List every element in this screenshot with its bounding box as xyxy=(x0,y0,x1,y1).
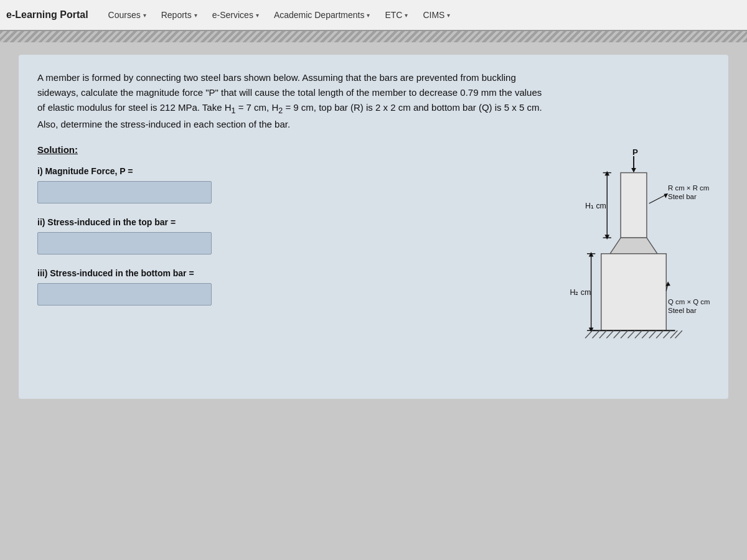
etc-caret-icon: ▾ xyxy=(405,12,408,19)
svg-marker-6 xyxy=(604,171,609,176)
solution-layout: Solution: i) Magnitude Force, P = ii) St… xyxy=(37,144,710,383)
svg-line-22 xyxy=(628,330,635,338)
nav-reports-label: Reports xyxy=(161,10,192,20)
nav-cims-label: CIMS xyxy=(423,10,444,20)
h2-label: H₂ cm xyxy=(570,288,591,297)
svg-line-20 xyxy=(614,330,621,338)
courses-caret-icon: ▾ xyxy=(143,12,146,19)
answer-box-magnitude[interactable] xyxy=(37,181,212,203)
h1-label: H₁ cm xyxy=(585,202,606,210)
svg-rect-9 xyxy=(601,254,667,331)
content-card: A member is formed by connecting two ste… xyxy=(19,55,728,399)
svg-rect-2 xyxy=(621,173,647,238)
problem-text: A member is formed by connecting two ste… xyxy=(37,70,548,132)
question-label-magnitude: i) Magnitude Force, P = xyxy=(37,166,498,176)
academic-caret-icon: ▾ xyxy=(367,12,370,19)
nav-academic-label: Academic Departments xyxy=(274,10,365,20)
solution-left: Solution: i) Magnitude Force, P = ii) St… xyxy=(37,144,498,319)
svg-line-30 xyxy=(649,195,667,203)
navbar: e-Learning Portal Courses ▾ Reports ▾ e-… xyxy=(0,0,747,31)
question-block-magnitude: i) Magnitude Force, P = xyxy=(37,166,498,203)
svg-line-24 xyxy=(642,330,649,338)
answer-box-stress-bottom[interactable] xyxy=(37,283,212,306)
top-bar-label: R cm × R cm xyxy=(668,184,709,192)
svg-line-18 xyxy=(599,330,606,338)
answer-box-stress-top[interactable] xyxy=(37,232,212,254)
question-block-stress-bottom: iii) Stress-induced in the bottom bar = xyxy=(37,268,498,306)
top-bar-sublabel: Steel bar xyxy=(668,193,697,200)
main-content: A member is formed by connecting two ste… xyxy=(0,42,747,560)
svg-line-19 xyxy=(606,330,613,338)
nav-reports[interactable]: Reports ▾ xyxy=(154,0,205,30)
svg-marker-8 xyxy=(610,238,657,254)
bottom-bar-label: Q cm × Q cm xyxy=(668,298,710,306)
eservices-caret-icon: ▾ xyxy=(256,12,259,19)
svg-line-23 xyxy=(635,330,642,338)
force-p-label: P xyxy=(632,147,638,157)
nav-brand: e-Learning Portal xyxy=(6,9,88,21)
nav-etc[interactable]: ETC ▾ xyxy=(377,0,415,30)
svg-line-27 xyxy=(664,330,670,338)
question-label-stress-bottom: iii) Stress-induced in the bottom bar = xyxy=(37,268,498,278)
question-label-stress-top: ii) Stress-induced in the top bar = xyxy=(37,217,498,227)
diagram-area: P H₁ cm xyxy=(510,144,710,383)
svg-marker-7 xyxy=(604,235,609,240)
nav-etc-label: ETC xyxy=(385,10,402,20)
nav-courses-label: Courses xyxy=(108,10,141,20)
cims-caret-icon: ▾ xyxy=(447,12,450,19)
nav-academic[interactable]: Academic Departments ▾ xyxy=(266,0,378,30)
svg-line-26 xyxy=(656,330,663,338)
question-block-stress-top: ii) Stress-induced in the top bar = xyxy=(37,217,498,254)
solution-heading: Solution: xyxy=(37,144,498,155)
nav-eservices-label: e-Services xyxy=(212,10,253,20)
svg-marker-13 xyxy=(589,252,594,257)
nav-courses[interactable]: Courses ▾ xyxy=(101,0,154,30)
reports-caret-icon: ▾ xyxy=(194,12,197,19)
nav-eservices[interactable]: e-Services ▾ xyxy=(205,0,266,30)
svg-line-17 xyxy=(593,330,599,338)
svg-marker-1 xyxy=(631,168,636,173)
svg-line-16 xyxy=(585,330,592,338)
diagram-svg: P H₁ cm xyxy=(510,144,710,381)
svg-line-25 xyxy=(649,330,656,338)
stripe-bar xyxy=(0,31,747,42)
nav-cims[interactable]: CIMS ▾ xyxy=(415,0,458,30)
svg-line-21 xyxy=(621,330,627,338)
bottom-bar-sublabel: Steel bar xyxy=(668,307,697,314)
